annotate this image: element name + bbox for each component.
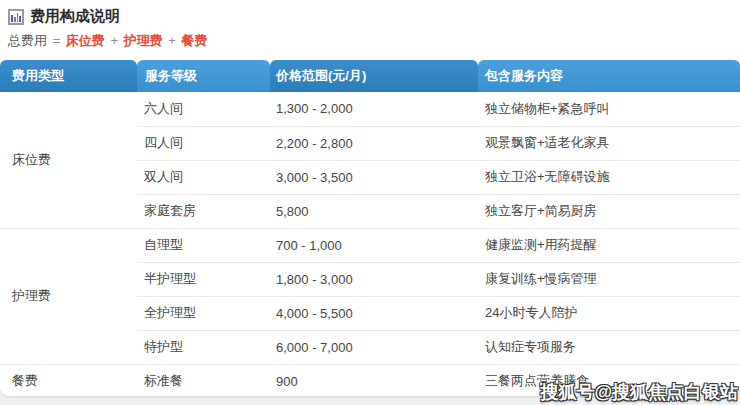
equals-sign: = <box>51 33 63 48</box>
services-cell: 独立储物柜+紧急呼叫 <box>478 92 740 126</box>
fee-formula: 总费用 = 床位费 + 护理费 + 餐费 <box>8 32 730 50</box>
service-level-cell: 标准餐 <box>137 364 270 396</box>
col-header-service-level: 服务等级 <box>137 60 270 92</box>
watermark: 搜狐号@搜狐焦点白银站 <box>540 380 738 404</box>
price-cell: 2,200 - 2,800 <box>270 126 478 160</box>
service-level-cell: 全护理型 <box>137 296 270 330</box>
formula-term-bed: 床位费 <box>66 33 105 48</box>
col-header-included-services: 包含服务内容 <box>478 60 740 92</box>
price-cell: 1,800 - 3,000 <box>270 262 478 296</box>
price-cell: 6,000 - 7,000 <box>270 330 478 364</box>
services-cell: 认知症专项服务 <box>478 330 740 364</box>
fee-type-cell: 餐费 <box>0 364 137 396</box>
formula-term-care: 护理费 <box>124 33 163 48</box>
table-header-row: 费用类型 服务等级 价格范围(元/月) 包含服务内容 <box>0 60 740 92</box>
price-cell: 5,800 <box>270 194 478 228</box>
table-row: 护理费 自理型 700 - 1,000 健康监测+用药提醒 <box>0 228 740 262</box>
services-cell: 康复训练+慢病管理 <box>478 262 740 296</box>
price-cell: 1,300 - 2,000 <box>270 92 478 126</box>
card-header: 费用构成说明 总费用 = 床位费 + 护理费 + 餐费 <box>0 0 740 50</box>
services-cell: 独立客厅+简易厨房 <box>478 194 740 228</box>
services-cell: 健康监测+用药提醒 <box>478 228 740 262</box>
services-cell: 观景飘窗+适老化家具 <box>478 126 740 160</box>
fee-table-card: 费用构成说明 总费用 = 床位费 + 护理费 + 餐费 费用类型 服务等级 价格… <box>0 0 740 396</box>
formula-total-label: 总费用 <box>8 33 47 48</box>
price-cell: 700 - 1,000 <box>270 228 478 262</box>
fee-type-cell: 护理费 <box>0 228 137 364</box>
service-level-cell: 半护理型 <box>137 262 270 296</box>
table-row: 床位费 六人间 1,300 - 2,000 独立储物柜+紧急呼叫 <box>0 92 740 126</box>
formula-term-meal: 餐费 <box>182 33 208 48</box>
col-header-fee-type: 费用类型 <box>0 60 137 92</box>
services-cell: 24小时专人陪护 <box>478 296 740 330</box>
page-title: 费用构成说明 <box>30 7 120 26</box>
service-level-cell: 四人间 <box>137 126 270 160</box>
service-level-cell: 家庭套房 <box>137 194 270 228</box>
service-level-cell: 六人间 <box>137 92 270 126</box>
fee-type-cell: 床位费 <box>0 92 137 228</box>
plus-sign: + <box>108 33 120 48</box>
price-cell: 900 <box>270 364 478 396</box>
bar-chart-icon <box>8 9 24 25</box>
col-header-price-range: 价格范围(元/月) <box>270 60 478 92</box>
price-cell: 3,000 - 3,500 <box>270 160 478 194</box>
plus-sign: + <box>166 33 178 48</box>
service-level-cell: 特护型 <box>137 330 270 364</box>
services-cell: 独立卫浴+无障碍设施 <box>478 160 740 194</box>
service-level-cell: 双人间 <box>137 160 270 194</box>
fee-table: 费用类型 服务等级 价格范围(元/月) 包含服务内容 床位费 六人间 1,300… <box>0 60 740 396</box>
price-cell: 4,000 - 5,500 <box>270 296 478 330</box>
service-level-cell: 自理型 <box>137 228 270 262</box>
